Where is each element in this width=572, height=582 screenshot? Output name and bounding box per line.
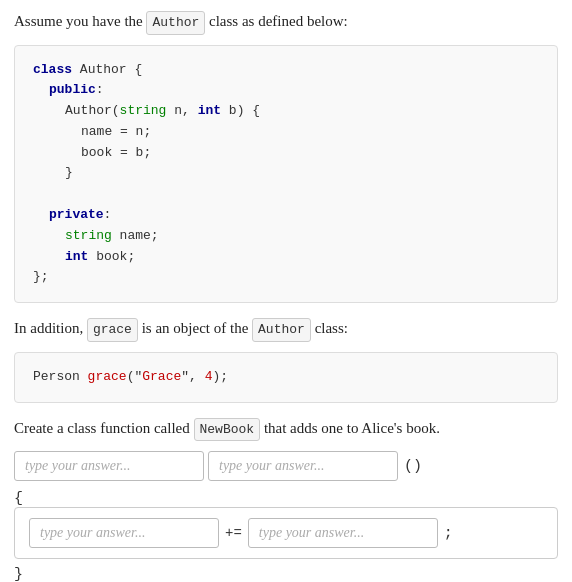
kw-int-2: int [65, 249, 88, 264]
section2-prose3: class: [311, 320, 348, 336]
section3: Create a class function called NewBook t… [14, 417, 558, 582]
type-string-1: string [120, 103, 167, 118]
answer-input-1a[interactable] [14, 451, 204, 481]
brace-close: } [14, 565, 558, 582]
section3-prose2: that adds one to Alice's book. [260, 420, 440, 436]
answer-row2-suffix: ; [442, 525, 455, 542]
code-block-1: class Author { public: Author(string n, … [14, 45, 558, 304]
section2-author-inline: Author [252, 318, 311, 342]
answer-row-1: () [14, 451, 558, 481]
str-grace: Grace [142, 369, 181, 384]
section3-prose1: Create a class function called [14, 420, 194, 436]
kw-private: private [49, 207, 104, 222]
answer-block-2: += ; [14, 507, 558, 559]
fn-grace: grace [88, 369, 127, 384]
kw-int-1: int [198, 103, 221, 118]
section3-newbook-inline: NewBook [194, 418, 261, 442]
section2-grace-inline: grace [87, 318, 138, 342]
type-string-2: string [65, 228, 112, 243]
answer-row1-suffix: () [402, 458, 424, 475]
answer-input-1b[interactable] [208, 451, 398, 481]
section1: Assume you have the Author class as defi… [14, 10, 558, 303]
operator-label: += [223, 525, 244, 541]
section1-prose-text1: Assume you have the [14, 13, 146, 29]
code-block-2: Person grace("Grace", 4); [14, 352, 558, 403]
section2-prose2: is an object of the [138, 320, 252, 336]
section2-prose: In addition, grace is an object of the A… [14, 317, 558, 342]
section1-author-inline: Author [146, 11, 205, 35]
answer-row-2: += ; [29, 518, 543, 548]
section1-prose-text2: class as defined below: [205, 13, 347, 29]
section2: In addition, grace is an object of the A… [14, 317, 558, 402]
brace-open: { [14, 489, 558, 507]
answer-input-2a[interactable] [29, 518, 219, 548]
kw-public: public [49, 82, 96, 97]
section2-prose1: In addition, [14, 320, 87, 336]
section1-prose: Assume you have the Author class as defi… [14, 10, 558, 35]
section3-prose: Create a class function called NewBook t… [14, 417, 558, 442]
answer-input-2b[interactable] [248, 518, 438, 548]
kw-class: class [33, 62, 72, 77]
